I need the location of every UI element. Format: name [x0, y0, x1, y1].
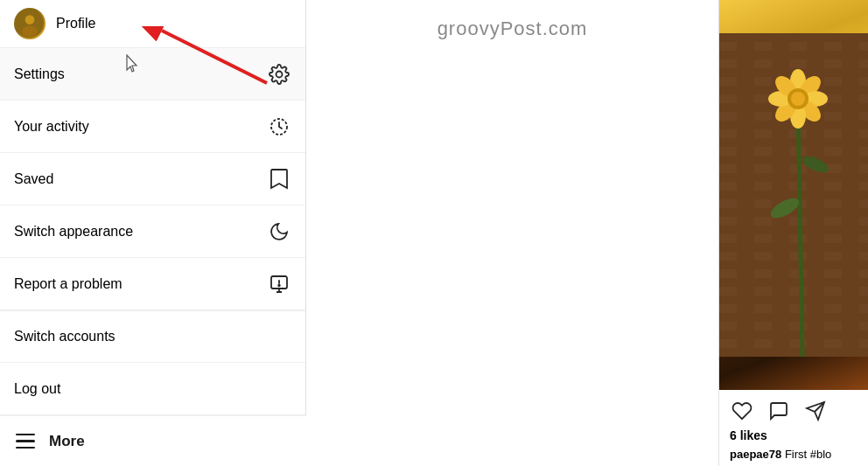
svg-point-27: [791, 92, 805, 106]
profile-menu-item[interactable]: Profile: [0, 0, 305, 48]
switch-appearance-menu-item[interactable]: Switch appearance: [0, 205, 305, 258]
svg-point-9: [278, 284, 280, 286]
activity-icon: [267, 115, 291, 139]
more-bar[interactable]: More: [0, 415, 306, 466]
saved-menu-item[interactable]: Saved: [0, 153, 305, 205]
like-button[interactable]: [730, 399, 754, 423]
switch-appearance-label: Switch appearance: [14, 224, 133, 240]
settings-menu-item[interactable]: Settings: [0, 48, 305, 101]
saved-label: Saved: [14, 171, 53, 187]
profile-label: Profile: [56, 16, 95, 31]
hamburger-icon: [16, 434, 35, 449]
report-problem-menu-item[interactable]: Report a problem: [0, 258, 305, 310]
avatar: [14, 8, 46, 39]
svg-point-2: [22, 26, 38, 37]
comment-content: First #blo: [785, 448, 831, 461]
your-activity-menu-item[interactable]: Your activity: [0, 101, 305, 153]
gear-icon: [267, 62, 291, 87]
report-icon: [267, 272, 291, 296]
comment-button[interactable]: [766, 399, 791, 423]
your-activity-label: Your activity: [14, 119, 89, 135]
more-label: More: [49, 433, 85, 450]
likes-count: 6 likes: [730, 428, 858, 442]
switch-accounts-label: Switch accounts: [14, 329, 116, 344]
report-problem-label: Report a problem: [14, 276, 122, 292]
photo-image: [719, 0, 868, 390]
svg-point-1: [25, 15, 35, 24]
comment-username: paepae78: [730, 448, 781, 461]
svg-point-3: [276, 71, 283, 77]
comment-preview: paepae78 First #blo: [730, 448, 858, 461]
settings-label: Settings: [14, 66, 65, 82]
sidebar: Profile Settings Your acti: [0, 0, 306, 466]
log-out-label: Log out: [14, 381, 60, 397]
actions-bar: 6 likes paepae78 First #blo: [719, 390, 868, 466]
action-icons-row: [730, 399, 858, 423]
share-button[interactable]: [803, 399, 828, 423]
watermark-text: groovyPost.com: [438, 17, 588, 40]
moon-icon: [267, 219, 291, 244]
switch-accounts-menu-item[interactable]: Switch accounts: [0, 310, 305, 363]
bookmark-icon: [267, 167, 291, 191]
photo-panel: 6 likes paepae78 First #blo: [719, 0, 868, 466]
main-content: groovyPost.com: [306, 0, 719, 466]
log-out-menu-item[interactable]: Log out: [0, 363, 305, 415]
